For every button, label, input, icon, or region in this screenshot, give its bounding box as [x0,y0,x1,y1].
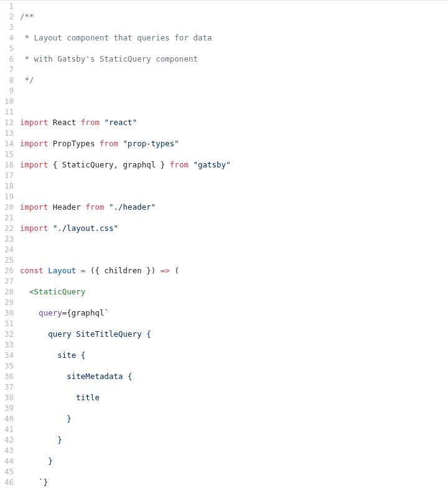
line-number: 31 [0,318,14,329]
code-line [20,181,448,191]
line-number: 9 [0,85,14,96]
line-number: 22 [0,223,14,233]
line-number: 29 [0,297,14,307]
code-line: import PropTypes from "prop-types" [20,138,448,149]
line-number: 39 [0,403,14,413]
code-line: * Layout component that queries for data [20,32,448,43]
line-number: 43 [0,445,14,456]
line-number: 8 [0,75,14,85]
code-line: query={graphql` [20,307,448,318]
line-number: 15 [0,149,14,159]
line-number: 1 [0,1,14,11]
code-line: import "./layout.css" [20,223,448,233]
code-line: import React from "react" [20,117,448,128]
code-line: } [20,456,448,466]
line-number: 42 [0,434,14,445]
code-line: const Layout = ({ children }) => ( [20,265,448,276]
code-line: /** [20,11,448,22]
line-number: 41 [0,424,14,434]
line-number: 10 [0,96,14,106]
line-number: 28 [0,286,14,297]
line-number: 13 [0,128,14,138]
line-number: 46 [0,477,14,487]
code-line [20,244,448,255]
line-number: 2 [0,11,14,22]
line-number: 44 [0,456,14,466]
code-line: <StaticQuery [20,286,448,297]
line-number: 6 [0,54,14,64]
code-content[interactable]: /** * Layout component that queries for … [20,1,448,488]
line-number: 35 [0,360,14,371]
code-line: siteMetadata { [20,371,448,382]
code-line: import Header from "./header" [20,202,448,212]
code-line: site { [20,350,448,360]
line-number: 17 [0,170,14,181]
line-number: 12 [0,117,14,128]
line-number: 30 [0,307,14,318]
code-line: } [20,434,448,445]
line-number: 40 [0,413,14,424]
code-line: `} [20,477,448,487]
line-number: 26 [0,265,14,276]
line-number: 27 [0,276,14,286]
line-number: 20 [0,202,14,212]
code-line: import { StaticQuery, graphql } from "ga… [20,159,448,170]
line-number: 7 [0,64,14,75]
line-number: 36 [0,371,14,382]
line-number: 21 [0,212,14,223]
code-line [20,96,448,106]
line-number: 32 [0,329,14,339]
line-number: 14 [0,138,14,149]
line-number: 11 [0,106,14,117]
line-number: 38 [0,392,14,403]
line-number: 33 [0,339,14,350]
line-number: 5 [0,43,14,54]
line-number: 45 [0,466,14,477]
code-line: */ [20,75,448,85]
line-number: 23 [0,233,14,244]
line-number: 37 [0,382,14,392]
code-editor[interactable]: 1 2 3 4 5 6 7 8 9 10 11 12 13 14 15 16 1… [0,0,448,488]
line-number: 3 [0,22,14,32]
code-line: title [20,392,448,403]
code-line: query SiteTitleQuery { [20,329,448,339]
line-number: 19 [0,191,14,202]
line-number: 25 [0,255,14,265]
line-number: 4 [0,32,14,43]
line-number-gutter: 1 2 3 4 5 6 7 8 9 10 11 12 13 14 15 16 1… [0,1,20,488]
line-number: 24 [0,244,14,255]
code-line: } [20,413,448,424]
line-number: 16 [0,159,14,170]
code-line: * with Gatsby's StaticQuery component [20,54,448,64]
line-number: 34 [0,350,14,360]
line-number: 18 [0,181,14,191]
